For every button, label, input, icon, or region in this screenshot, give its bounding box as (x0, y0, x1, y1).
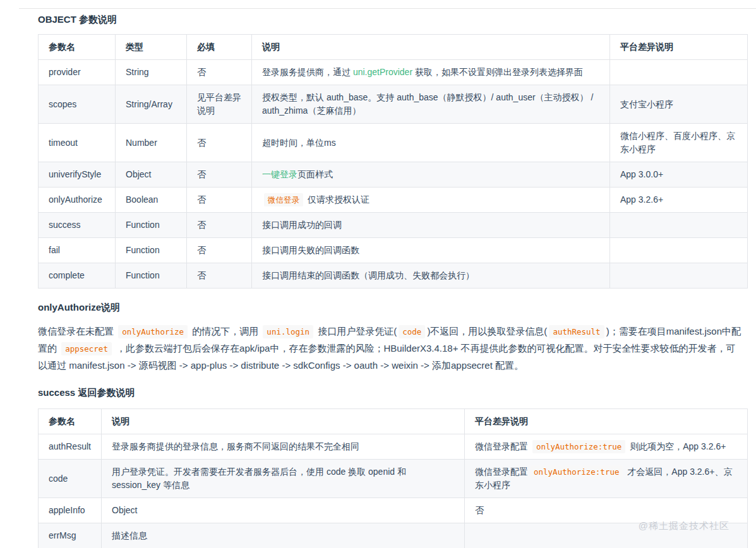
text-span: 用户登录凭证。开发者需要在开发者服务器后台，使用 code 换取 openid … (112, 467, 406, 490)
table-cell: String/Array (116, 85, 187, 124)
table-cell: 一键登录页面样式 (252, 162, 610, 188)
text-span: 否 (197, 245, 206, 255)
table-cell: authResult (39, 434, 102, 460)
text-span: 微信小程序、百度小程序、京东小程序 (620, 131, 735, 154)
table-cell (610, 263, 748, 289)
text-span: 登录服务商提供的登录信息，服务商不同返回的结果不完全相同 (112, 441, 359, 451)
success-params-table: 参数名说明平台差异说明authResult登录服务商提供的登录信息，服务商不同返… (38, 408, 748, 548)
table-cell: 否 (187, 238, 252, 263)
text-span: String/Array (126, 99, 172, 109)
table-row: univerifyStyleObject否一键登录页面样式App 3.0.0+ (39, 162, 748, 188)
table-cell: onlyAuthorize (39, 188, 116, 213)
text-span: 的情况下，调用 (189, 326, 261, 337)
text-span: Function (126, 270, 160, 280)
inline-code: 微信登录 (264, 193, 303, 206)
inline-code: onlyAuthorize:true (532, 440, 625, 453)
table-cell: App 3.0.0+ (610, 162, 748, 188)
table-cell: App 3.2.6+ (610, 188, 748, 213)
table-cell: code (39, 460, 102, 498)
text-span: 否 (197, 270, 206, 280)
text-span: 接口调用失败的回调函数 (262, 245, 359, 255)
text-span: scopes (49, 99, 76, 109)
text-span: 描述信息 (112, 530, 147, 540)
column-header: 平台差异说明 (610, 35, 748, 60)
text-span: appleInfo (49, 505, 85, 515)
table-cell: timeout (39, 124, 116, 162)
table-cell: 描述信息 (102, 523, 465, 548)
table-cell: 授权类型，默认 auth_base。支持 auth_base（静默授权）/ au… (252, 85, 610, 124)
column-header: 必填 (187, 35, 252, 60)
table-cell: scopes (39, 85, 116, 124)
inline-code: authResult (549, 325, 604, 338)
table-row: errMsg描述信息 (39, 523, 748, 548)
text-span: 见平台差异说明 (197, 92, 241, 116)
column-header: 类型 (116, 35, 187, 60)
table-cell: 登录服务提供商，通过 uni.getProvider 获取，如果不设置则弹出登录… (252, 60, 610, 85)
text-span: success (49, 220, 81, 230)
doc-link[interactable]: 一键登录 (262, 169, 297, 179)
text-span: Function (126, 220, 160, 230)
text-span: timeout (49, 138, 78, 148)
text-span: 否 (197, 194, 206, 205)
table-row: appleInfoObject否 (39, 498, 748, 523)
text-span: fail (49, 245, 60, 255)
section-heading-success-params: success 返回参数说明 (38, 387, 747, 398)
table-row: failFunction否接口调用失败的回调函数 (39, 238, 748, 263)
table-header-row: 参数名说明平台差异说明 (39, 409, 748, 434)
text-span: 微信登录配置 (475, 441, 531, 451)
text-span: 则此项为空，App 3.2.6+ (627, 441, 726, 451)
text-span: onlyAuthorize (49, 194, 102, 205)
table-cell: 否 (187, 213, 252, 238)
inline-code: onlyAuthorize (118, 325, 188, 338)
table-cell: 否 (187, 188, 252, 213)
table-cell: univerifyStyle (39, 162, 116, 188)
text-span: App 3.2.6+ (620, 194, 663, 205)
inline-code: appsecret (61, 342, 112, 355)
table-row: providerString否登录服务提供商，通过 uni.getProvide… (39, 60, 748, 85)
column-header: 参数名 (39, 409, 102, 434)
table-cell: Number (116, 124, 187, 162)
table-cell: 接口调用结束的回调函数（调用成功、失败都会执行） (252, 263, 610, 289)
table-cell: 见平台差异说明 (187, 85, 252, 124)
text-span: Object (112, 505, 137, 515)
inline-code: onlyAuthorize:true (530, 465, 623, 479)
text-span: 接口用户登录凭证( (315, 326, 397, 337)
text-span: 接口调用成功的回调 (262, 220, 342, 230)
table-cell: 微信登录配置 onlyAuthorize:true 则此项为空，App 3.2.… (465, 434, 748, 460)
doc-link[interactable]: uni.getProvider (353, 67, 412, 77)
column-header: 说明 (252, 35, 610, 60)
table-row: timeoutNumber否超时时间，单位ms微信小程序、百度小程序、京东小程序 (39, 124, 748, 162)
text-span: errMsg (49, 530, 76, 540)
inline-code: uni.login (263, 325, 313, 338)
table-header-row: 参数名类型必填说明平台差异说明 (39, 35, 748, 60)
table-cell: 用户登录凭证。开发者需要在开发者服务器后台，使用 code 换取 openid … (102, 460, 465, 498)
table-cell: fail (39, 238, 116, 263)
table-row: authResult登录服务商提供的登录信息，服务商不同返回的结果不完全相同微信… (39, 434, 748, 460)
text-span: Object (126, 169, 151, 179)
text-span: authResult (49, 441, 91, 451)
table-cell: 否 (187, 124, 252, 162)
text-span: Boolean (126, 194, 158, 205)
text-span: String (126, 67, 149, 77)
text-span: Number (126, 138, 157, 148)
text-span: 超时时间，单位ms (262, 138, 336, 148)
text-span: 页面样式 (297, 169, 333, 179)
text-span: 微信登录配置 (475, 467, 528, 477)
table-cell: 微信登录配置onlyAuthorize:true 才会返回，App 3.2.6+… (465, 460, 748, 498)
table-row: code用户登录凭证。开发者需要在开发者服务器后台，使用 code 换取 ope… (39, 460, 748, 498)
column-header: 参数名 (39, 35, 116, 60)
table-cell: complete (39, 263, 116, 289)
doc-content: OBJECT 参数说明 参数名类型必填说明平台差异说明providerStrin… (0, 14, 756, 548)
table-row: onlyAuthorizeBoolean否微信登录 仅请求授权认证App 3.2… (39, 188, 748, 213)
table-cell: 否 (187, 162, 252, 188)
only-authorize-paragraph: 微信登录在未配置 onlyAuthorize 的情况下，调用 uni.login… (38, 323, 743, 374)
section-heading-only-authorize: onlyAuthorize说明 (38, 302, 747, 313)
text-span: )不返回，用以换取登录信息( (427, 326, 547, 337)
table-cell: 登录服务商提供的登录信息，服务商不同返回的结果不完全相同 (102, 434, 465, 460)
text-span: 授权类型，默认 auth_base。支持 auth_base（静默授权）/ au… (262, 92, 593, 116)
table-cell: Object (102, 498, 465, 523)
text-span: 支付宝小程序 (620, 99, 673, 109)
text-span: provider (49, 67, 81, 77)
text-span: 否 (197, 169, 206, 179)
table-cell: provider (39, 60, 116, 85)
